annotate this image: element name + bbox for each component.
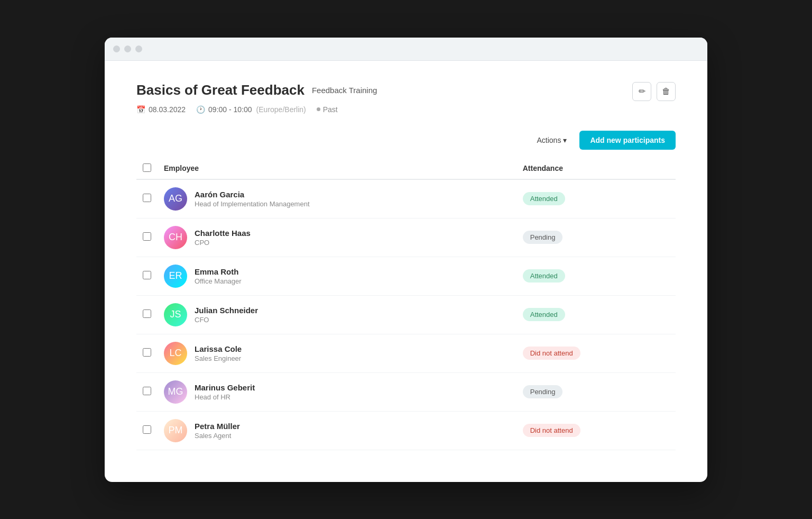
row-checkbox[interactable] (143, 425, 151, 434)
edit-button[interactable]: ✏ (632, 82, 651, 101)
toolbar: Actions ▾ Add new participants (136, 131, 676, 150)
employee-name: Marinus Geberit (195, 383, 255, 392)
page-title: Basics of Great Feedback (136, 82, 304, 98)
titlebar (105, 38, 707, 61)
row-checkbox-cell (136, 218, 158, 257)
employee-info: Emma Roth Office Manager (195, 267, 242, 285)
avatar: CH (164, 226, 187, 249)
header-row: Basics of Great Feedback Feedback Traini… (136, 82, 676, 101)
employee-cell: MG Marinus Geberit Head of HR (158, 372, 516, 411)
avatar: JS (164, 303, 187, 326)
employee-role: CFO (195, 316, 258, 324)
date-value: 08.03.2022 (149, 105, 186, 114)
attendance-cell: Did not attend (516, 334, 676, 372)
avatar: PM (164, 419, 187, 442)
attendance-cell: Did not attend (516, 411, 676, 450)
employee-info: Aarón Garcia Head of Implementation Mana… (195, 190, 310, 208)
clock-icon: 🕐 (196, 105, 205, 114)
employee-name: Aarón Garcia (195, 190, 310, 199)
add-participants-button[interactable]: Add new participants (579, 131, 676, 150)
header-actions: ✏ 🗑 (632, 82, 676, 101)
meta-row: 📅 08.03.2022 🕐 09:00 - 10:00 (Europe/Ber… (136, 105, 676, 114)
table-row: PM Petra Müller Sales Agent Did not atte… (136, 411, 676, 450)
table-row: ER Emma Roth Office Manager Attended (136, 257, 676, 295)
participants-table: Employee Attendance AG Aarón Garcia Head… (136, 158, 676, 450)
table-row: LC Larissa Cole Sales Engineer Did not a… (136, 334, 676, 372)
employee-cell: JS Julian Schneider CFO (158, 295, 516, 334)
attendance-badge[interactable]: Did not attend (523, 347, 580, 360)
select-all-checkbox[interactable] (143, 163, 151, 172)
row-checkbox[interactable] (143, 387, 151, 395)
employee-role: Sales Agent (195, 432, 240, 440)
avatar: LC (164, 342, 187, 365)
chevron-down-icon: ▾ (563, 136, 567, 144)
row-checkbox-cell (136, 179, 158, 218)
col-employee: Employee (158, 158, 516, 179)
employee-info: Larissa Cole Sales Engineer (195, 344, 242, 362)
title-group: Basics of Great Feedback Feedback Traini… (136, 82, 377, 98)
employee-cell: LC Larissa Cole Sales Engineer (158, 334, 516, 372)
table-row: JS Julian Schneider CFO Attended (136, 295, 676, 334)
employee-info: Marinus Geberit Head of HR (195, 383, 255, 401)
attendance-cell: Attended (516, 179, 676, 218)
window-dot-maximize (135, 45, 142, 52)
row-checkbox-cell (136, 334, 158, 372)
employee-name: Charlotte Haas (195, 229, 251, 238)
actions-button[interactable]: Actions ▾ (531, 132, 574, 149)
employee-name: Petra Müller (195, 422, 240, 431)
employee-role: CPO (195, 239, 251, 247)
row-checkbox-cell (136, 372, 158, 411)
employee-cell: CH Charlotte Haas CPO (158, 218, 516, 257)
avatar: ER (164, 265, 187, 288)
status-badge: Past (317, 105, 338, 114)
row-checkbox[interactable] (143, 309, 151, 318)
attendance-badge[interactable]: Pending (523, 231, 563, 244)
employee-name: Julian Schneider (195, 306, 258, 315)
header-checkbox-cell (136, 158, 158, 179)
employee-name: Larissa Cole (195, 344, 242, 353)
status-label: Past (323, 105, 338, 114)
employee-cell: AG Aarón Garcia Head of Implementation M… (158, 179, 516, 218)
attendance-cell: Pending (516, 218, 676, 257)
attendance-badge[interactable]: Attended (523, 192, 565, 205)
app-window: Basics of Great Feedback Feedback Traini… (105, 38, 707, 482)
table-body: AG Aarón Garcia Head of Implementation M… (136, 179, 676, 450)
attendance-cell: Attended (516, 295, 676, 334)
table-row: CH Charlotte Haas CPO Pending (136, 218, 676, 257)
attendance-badge[interactable]: Attended (523, 308, 565, 321)
row-checkbox[interactable] (143, 194, 151, 202)
delete-button[interactable]: 🗑 (657, 82, 676, 101)
avatar: AG (164, 187, 187, 211)
employee-role: Head of Implementation Management (195, 200, 310, 208)
row-checkbox[interactable] (143, 271, 151, 279)
row-checkbox-cell (136, 295, 158, 334)
col-attendance: Attendance (516, 158, 676, 179)
window-dot-minimize (124, 45, 131, 52)
time-meta: 🕐 09:00 - 10:00 (Europe/Berlin) (196, 105, 306, 114)
row-checkbox[interactable] (143, 348, 151, 357)
time-value: 09:00 - 10:00 (208, 105, 252, 114)
avatar: MG (164, 380, 187, 404)
attendance-badge[interactable]: Attended (523, 269, 565, 283)
page-content: Basics of Great Feedback Feedback Traini… (105, 61, 707, 471)
employee-role: Head of HR (195, 393, 255, 401)
timezone-value: (Europe/Berlin) (256, 105, 306, 114)
row-checkbox[interactable] (143, 232, 151, 241)
employee-role: Sales Engineer (195, 354, 242, 362)
delete-icon: 🗑 (662, 87, 670, 96)
past-dot-icon (317, 107, 320, 111)
table-header-row: Employee Attendance (136, 158, 676, 179)
row-checkbox-cell (136, 257, 158, 295)
employee-info: Petra Müller Sales Agent (195, 422, 240, 440)
attendance-badge[interactable]: Did not attend (523, 424, 580, 437)
employee-role: Office Manager (195, 277, 242, 285)
row-checkbox-cell (136, 411, 158, 450)
employee-cell: PM Petra Müller Sales Agent (158, 411, 516, 450)
edit-icon: ✏ (639, 86, 645, 96)
date-meta: 📅 08.03.2022 (136, 105, 186, 114)
employee-info: Julian Schneider CFO (195, 306, 258, 324)
actions-label: Actions (537, 136, 561, 144)
employee-name: Emma Roth (195, 267, 242, 276)
employee-cell: ER Emma Roth Office Manager (158, 257, 516, 295)
attendance-badge[interactable]: Pending (523, 385, 563, 398)
